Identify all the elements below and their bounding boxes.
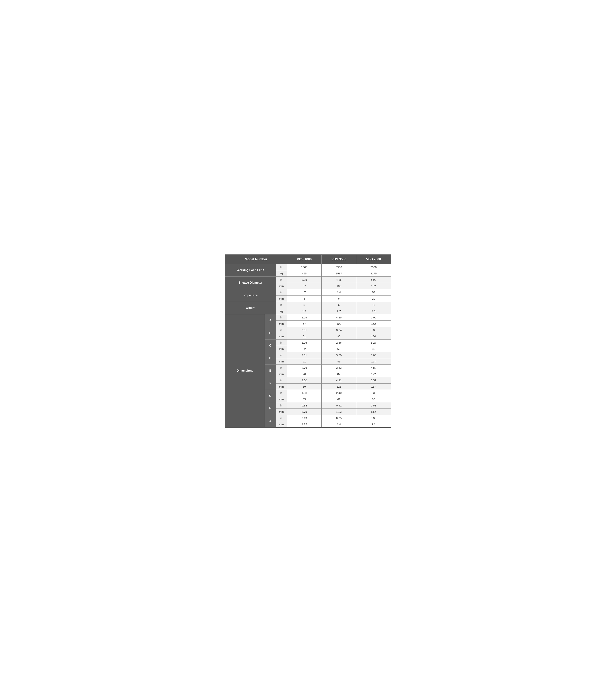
- data-cell: 61: [322, 396, 356, 402]
- category-cell: Weight: [225, 302, 276, 314]
- data-cell: 10: [356, 295, 391, 302]
- data-cell: 4.80: [356, 364, 391, 371]
- data-cell: 35: [287, 396, 322, 402]
- data-cell: 83: [356, 346, 391, 352]
- table-row: Weightlb3616: [225, 302, 391, 308]
- spec-table-wrapper: Model Number VBS 1000 VBS 3500 VBS 7000 …: [225, 254, 391, 428]
- data-cell: 16: [356, 302, 391, 308]
- data-cell: 10.3: [322, 409, 356, 415]
- data-cell: 51: [287, 333, 322, 339]
- category-cell: Rope Size: [225, 289, 276, 302]
- sub-label-cell: F: [265, 377, 276, 390]
- data-cell: 5.35: [356, 327, 391, 333]
- data-cell: 136: [356, 333, 391, 339]
- data-cell: 6: [322, 295, 356, 302]
- data-cell: 3.43: [322, 364, 356, 371]
- data-cell: 167: [356, 383, 391, 390]
- data-cell: 4.75: [287, 421, 322, 428]
- data-cell: 3/8: [356, 289, 391, 295]
- data-cell: 6: [322, 302, 356, 308]
- sub-label-cell: G: [265, 390, 276, 402]
- data-cell: 3.27: [356, 339, 391, 346]
- unit-cell: in: [276, 314, 287, 320]
- data-cell: 9.6: [356, 421, 391, 428]
- data-cell: 3: [287, 295, 322, 302]
- data-cell: 95: [322, 333, 356, 339]
- sub-label-cell: A: [265, 314, 276, 327]
- unit-cell: in: [276, 339, 287, 346]
- vbs3500-header: VBS 3500: [322, 255, 356, 264]
- data-cell: 127: [356, 358, 391, 364]
- data-cell: 0.19: [287, 415, 322, 421]
- vbs7000-header: VBS 7000: [356, 255, 391, 264]
- data-cell: 2.40: [322, 390, 356, 396]
- unit-cell: in: [276, 352, 287, 358]
- table-row: Working Load Limitlb100035007000: [225, 264, 391, 270]
- unit-cell: in: [276, 276, 287, 283]
- table-row: Rope Sizein1/81/43/8: [225, 289, 391, 295]
- unit-cell: kg: [276, 308, 287, 314]
- sub-label-cell: H: [265, 402, 276, 415]
- data-cell: 5.00: [356, 352, 391, 358]
- unit-cell: mm: [276, 283, 287, 289]
- unit-cell: in: [276, 327, 287, 333]
- data-cell: 0.38: [356, 415, 391, 421]
- data-cell: 3: [287, 302, 322, 308]
- data-cell: 455: [287, 270, 322, 276]
- unit-cell: mm: [276, 421, 287, 428]
- category-cell: Sheave Diameter: [225, 276, 276, 289]
- data-cell: 7000: [356, 264, 391, 270]
- unit-cell: lb: [276, 302, 287, 308]
- unit-cell: mm: [276, 320, 287, 327]
- unit-cell: in: [276, 289, 287, 295]
- sub-label-cell: D: [265, 352, 276, 364]
- data-cell: 1000: [287, 264, 322, 270]
- data-cell: 57: [287, 320, 322, 327]
- data-cell: 0.41: [322, 402, 356, 409]
- sub-label-cell: E: [265, 364, 276, 377]
- data-cell: 2.25: [287, 276, 322, 283]
- header-row: Model Number VBS 1000 VBS 3500 VBS 7000: [225, 255, 391, 264]
- spec-table: Model Number VBS 1000 VBS 3500 VBS 7000 …: [225, 254, 391, 428]
- category-cell: Dimensions: [225, 314, 265, 428]
- data-cell: 6.00: [356, 314, 391, 320]
- sub-label-cell: C: [265, 339, 276, 352]
- sub-label-cell: J: [265, 415, 276, 428]
- unit-cell: in: [276, 390, 287, 396]
- data-cell: 4.25: [322, 314, 356, 320]
- data-cell: 0.25: [322, 415, 356, 421]
- unit-cell: kg: [276, 270, 287, 276]
- data-cell: 1.38: [287, 390, 322, 396]
- data-cell: 0.34: [287, 402, 322, 409]
- data-cell: 86: [356, 396, 391, 402]
- vbs1000-header: VBS 1000: [287, 255, 322, 264]
- data-cell: 3.74: [322, 327, 356, 333]
- data-cell: 57: [287, 283, 322, 289]
- unit-cell: lb: [276, 264, 287, 270]
- table-row: DimensionsAin2.254.256.00: [225, 314, 391, 320]
- data-cell: 1/8: [287, 289, 322, 295]
- data-cell: 89: [287, 383, 322, 390]
- unit-cell: mm: [276, 396, 287, 402]
- data-cell: 6.4: [322, 421, 356, 428]
- unit-cell: mm: [276, 358, 287, 364]
- sub-label-cell: B: [265, 327, 276, 339]
- data-cell: 2.36: [322, 339, 356, 346]
- unit-cell: mm: [276, 371, 287, 377]
- unit-cell: mm: [276, 295, 287, 302]
- model-number-header: Model Number: [225, 255, 287, 264]
- unit-cell: mm: [276, 333, 287, 339]
- data-cell: 13.5: [356, 409, 391, 415]
- data-cell: 8.75: [287, 409, 322, 415]
- data-cell: 3.39: [356, 390, 391, 396]
- data-cell: 3.50: [322, 352, 356, 358]
- data-cell: 3.50: [287, 377, 322, 383]
- data-cell: 32: [287, 346, 322, 352]
- data-cell: 2.01: [287, 352, 322, 358]
- data-cell: 6.57: [356, 377, 391, 383]
- data-cell: 3175: [356, 270, 391, 276]
- unit-cell: in: [276, 364, 287, 371]
- data-cell: 1/4: [322, 289, 356, 295]
- data-cell: 70: [287, 371, 322, 377]
- data-cell: 0.53: [356, 402, 391, 409]
